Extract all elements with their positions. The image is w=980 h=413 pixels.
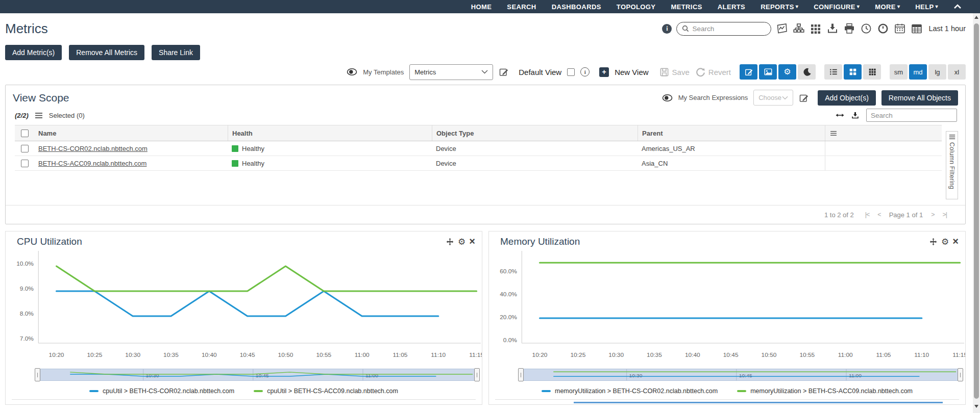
edit-template-icon[interactable] [499, 67, 509, 77]
last-page-button[interactable]: >| [942, 211, 947, 218]
page-scrollbar[interactable] [973, 13, 980, 413]
revert-button[interactable]: Revert [695, 67, 731, 77]
move-widget-icon[interactable] [929, 238, 938, 246]
move-widget-icon[interactable] [446, 238, 454, 246]
prev-page-button[interactable]: < [877, 211, 880, 218]
menu-icon[interactable] [35, 112, 43, 119]
widget-settings-icon[interactable]: ⚙ [458, 238, 465, 246]
map-chart-icon[interactable] [776, 22, 788, 35]
column-header-name[interactable]: Name [34, 125, 228, 141]
dark-mode-button[interactable] [798, 64, 816, 80]
legend-item[interactable]: cpuUtil > BETH-CS-COR02.nclab.nbttech.co… [89, 388, 234, 395]
column-filtering-tab[interactable]: Column Filtering [946, 131, 958, 199]
row-checkbox[interactable] [21, 160, 29, 167]
nav-topology[interactable]: TOPOLOGY [617, 3, 656, 11]
calendar-table-icon[interactable] [911, 22, 923, 35]
table-row[interactable]: BETH-CS-ACC09.nclab.nbttech.com Healthy … [15, 156, 942, 171]
nav-search[interactable]: SEARCH [507, 3, 536, 11]
size-sm-button[interactable]: sm [890, 64, 908, 80]
select-all-checkbox[interactable] [21, 130, 29, 137]
topology-icon[interactable] [793, 22, 805, 35]
scroll-down-icon[interactable] [974, 405, 978, 408]
row-checkbox[interactable] [21, 145, 29, 152]
nav-help[interactable]: HELP▾ [915, 3, 938, 11]
nav-alerts[interactable]: ALERTS [718, 3, 745, 11]
time-icon[interactable] [860, 22, 872, 35]
grid-dots-icon[interactable] [810, 22, 822, 35]
column-header-object-type[interactable]: Object Type [432, 125, 638, 141]
global-search-input[interactable]: Search [676, 22, 771, 36]
size-md-button[interactable]: md [909, 64, 927, 80]
size-lg-button[interactable]: lg [928, 64, 946, 80]
clock-icon[interactable] [877, 22, 889, 35]
column-header-parent[interactable]: Parent [638, 125, 825, 141]
list-view-button[interactable] [824, 64, 842, 80]
memory-chart-range-brush[interactable]: 10:3010:4511:00 [519, 369, 963, 381]
close-widget-icon[interactable]: × [469, 236, 475, 246]
table-search-input[interactable] [866, 109, 957, 122]
add-metrics-button[interactable]: Add Metric(s) [5, 45, 62, 60]
nav-configure[interactable]: CONFIGURE▾ [814, 3, 860, 11]
share-link-button[interactable]: Share Link [152, 45, 200, 60]
info-icon[interactable]: i [662, 24, 672, 34]
default-view-checkbox[interactable] [567, 68, 575, 76]
nav-home[interactable]: HOME [471, 3, 492, 11]
close-widget-icon[interactable]: × [952, 236, 959, 246]
scroll-up-icon[interactable] [974, 16, 978, 19]
column-menu-icon[interactable] [825, 125, 841, 141]
settings-button[interactable]: ⚙ [778, 64, 796, 80]
expand-columns-icon[interactable] [836, 113, 844, 118]
legend-item[interactable]: memoryUtilization > BETH-CS-ACC09.nclab.… [737, 388, 913, 395]
collapse-nav-icon[interactable] [953, 4, 962, 10]
template-toolbar: My Templates Metrics Default View i + Ne… [5, 63, 966, 81]
first-page-button[interactable]: |< [865, 211, 870, 218]
new-view-label[interactable]: New View [615, 68, 648, 76]
new-view-add-icon[interactable]: + [599, 67, 609, 77]
search-expression-select[interactable]: Choose [753, 90, 793, 106]
legend-item[interactable]: memoryUtilization > BETH-CS-COR02.nclab.… [542, 388, 718, 395]
brush-handle-left[interactable] [35, 368, 40, 381]
nav-metrics[interactable]: METRICS [671, 3, 702, 11]
cpu-utilization-chart[interactable]: 7.0%8.0%9.0%10.0%10:2010:2510:3010:3510:… [6, 248, 482, 367]
nav-reports[interactable]: REPORTS▾ [761, 3, 798, 11]
cpu-chart-range-brush[interactable]: 10:3010:4511:00 [35, 369, 479, 381]
object-type: Device [436, 145, 456, 152]
eye-toggle-icon[interactable] [347, 68, 357, 76]
widget-settings-icon[interactable]: ⚙ [941, 238, 949, 246]
edit-mode-button[interactable] [740, 64, 757, 80]
save-button[interactable]: Save [659, 67, 690, 77]
calendar-dots-icon[interactable] [894, 22, 906, 35]
size-xl-button[interactable]: xl [948, 64, 966, 80]
add-objects-button[interactable]: Add Object(s) [818, 90, 876, 106]
default-view-info-icon[interactable]: i [580, 67, 590, 76]
time-range-label[interactable]: Last 1 hour [928, 24, 966, 33]
remove-all-metrics-button[interactable]: Remove All Metrics [69, 45, 144, 60]
export-table-icon[interactable] [851, 112, 859, 119]
svg-text:11:00: 11:00 [355, 351, 370, 358]
download-icon[interactable] [826, 22, 839, 35]
template-select[interactable]: Metrics [409, 64, 493, 80]
remove-all-objects-button[interactable]: Remove All Objects [881, 90, 958, 106]
scrollbar-thumb[interactable] [974, 23, 979, 399]
next-page-button[interactable]: > [931, 211, 934, 218]
brush-handle-left[interactable] [518, 368, 524, 381]
column-header-health[interactable]: Health [228, 125, 432, 141]
memory-utilization-chart[interactable]: 0.0%20.0%40.0%60.0%10:2010:2510:3010:351… [489, 248, 965, 367]
objects-table: Name Health Object Type Parent BETH-CS-C… [15, 125, 942, 171]
nav-dashboards[interactable]: DASHBOARDS [552, 3, 601, 11]
brush-handle-right[interactable] [474, 368, 480, 381]
svg-text:10:40: 10:40 [202, 351, 217, 358]
grid-2x2-view-button[interactable] [844, 64, 862, 80]
edit-expressions-icon[interactable] [799, 93, 809, 103]
table-row[interactable]: BETH-CS-COR02.nclab.nbttech.com Healthy … [15, 141, 942, 156]
brush-overview-chart: 10:3010:4511:00 [36, 369, 479, 380]
brush-handle-right[interactable] [958, 368, 963, 381]
print-icon[interactable] [843, 22, 855, 35]
grid-3x3-view-button[interactable] [863, 64, 881, 80]
eye-toggle-icon[interactable] [662, 94, 673, 102]
device-link[interactable]: BETH-CS-ACC09.nclab.nbttech.com [38, 160, 146, 167]
nav-more[interactable]: MORE▾ [875, 3, 900, 11]
image-view-button[interactable] [759, 64, 777, 80]
legend-item[interactable]: cpuUtil > BETH-CS-ACC09.nclab.nbttech.co… [254, 388, 398, 395]
device-link[interactable]: BETH-CS-COR02.nclab.nbttech.com [38, 145, 148, 152]
